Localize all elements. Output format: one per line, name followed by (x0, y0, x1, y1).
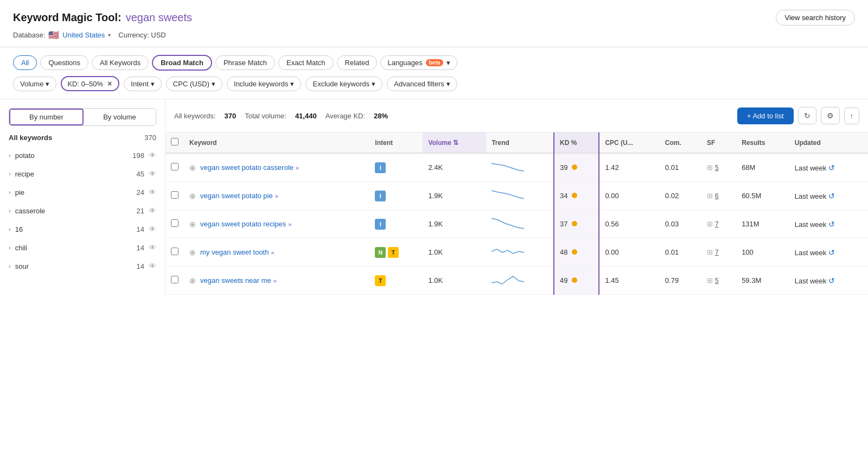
results-cell: 100 (736, 238, 789, 267)
kd-dot (572, 193, 577, 198)
chevron-right-icon: › (9, 263, 11, 269)
eye-icon[interactable]: 👁 (149, 225, 156, 233)
sort-by-volume-button[interactable]: By volume (84, 109, 156, 125)
sf-number[interactable]: 7 (715, 220, 719, 228)
tab-phrase-match[interactable]: Phrase Match (215, 55, 275, 70)
advanced-filters[interactable]: Advanced filters ▾ (387, 77, 457, 91)
settings-button[interactable]: ⚙ (821, 107, 840, 124)
keyword-text: vegan sweet potato recipes (200, 220, 286, 228)
tab-all-keywords[interactable]: All Keywords (92, 55, 149, 70)
tab-all[interactable]: All (13, 55, 37, 70)
refresh-icon[interactable]: ↺ (828, 220, 835, 229)
sf-number[interactable]: 6 (715, 192, 719, 200)
keyword-text: vegan sweet potato pie (200, 192, 273, 200)
eye-icon[interactable]: 👁 (149, 169, 156, 178)
exclude-label: Exclude keywords (312, 80, 369, 88)
add-to-list-button[interactable]: + Add to list (737, 107, 794, 124)
sf-number[interactable]: 7 (715, 249, 719, 256)
sidebar-item[interactable]: › potato 198 👁 (0, 146, 165, 165)
chevron-down-icon: ▾ (446, 59, 450, 67)
volume-column-header[interactable]: Volume ⇅ (423, 132, 486, 153)
sidebar-item[interactable]: › sour 14 👁 (0, 257, 165, 275)
row-checkbox[interactable] (171, 248, 178, 255)
add-keyword-icon[interactable]: ⊕ (189, 248, 196, 257)
sidebar-item[interactable]: › 16 14 👁 (0, 220, 165, 238)
keyword-link[interactable]: ⊕ vegan sweet potato casserole » (189, 163, 364, 172)
add-keyword-icon[interactable]: ⊕ (189, 276, 196, 285)
tab-row: All Questions All Keywords Broad Match P… (13, 55, 855, 71)
refresh-icon[interactable]: ↺ (828, 163, 835, 172)
kd-dot (572, 221, 577, 226)
intent-badge-t: T (375, 275, 386, 286)
tab-related[interactable]: Related (337, 55, 378, 70)
kd-cell: 34 (554, 182, 599, 210)
languages-button[interactable]: Languages beta ▾ (380, 55, 457, 70)
export-button[interactable]: ↑ (844, 107, 860, 124)
row-checkbox[interactable] (171, 163, 178, 170)
keyword-arrows-icon: » (296, 165, 299, 171)
com-cell: 0.01 (660, 153, 701, 182)
include-keywords-filter[interactable]: Include keywords ▾ (227, 77, 301, 91)
keyword-link[interactable]: ⊕ vegan sweet potato pie » (189, 192, 364, 200)
eye-icon[interactable]: 👁 (149, 243, 156, 252)
currency-label: Currency: USD (118, 31, 165, 39)
keyword-link[interactable]: ⊕ vegan sweet potato recipes » (189, 220, 364, 229)
keyword-arrows-icon: » (271, 249, 274, 256)
updated-column-header: Updated (789, 132, 868, 153)
sort-by-number-button[interactable]: By number (9, 109, 84, 125)
tab-broad-match[interactable]: Broad Match (152, 55, 212, 71)
cpc-cell: 1.42 (599, 153, 659, 182)
filter-row: Volume ▾ KD: 0–50% × Intent ▾ CPC (USD) … (13, 76, 855, 91)
refresh-icon[interactable]: ↺ (828, 192, 835, 200)
row-checkbox[interactable] (171, 276, 178, 283)
sf-cell: ⊞ 5 (707, 163, 731, 172)
refresh-icon[interactable]: ↺ (828, 248, 835, 257)
com-cell: 0.03 (660, 210, 701, 238)
keyword-link[interactable]: ⊕ my vegan sweet tooth » (189, 248, 364, 257)
kd-filter-close[interactable]: × (106, 79, 113, 88)
refresh-button[interactable]: ↻ (798, 107, 816, 124)
add-keyword-icon[interactable]: ⊕ (189, 163, 196, 172)
row-checkbox[interactable] (171, 219, 178, 227)
kd-cell: 48 (554, 238, 599, 267)
sidebar-count: 198 (132, 151, 144, 160)
sidebar-item[interactable]: › casserole 21 👁 (0, 201, 165, 220)
volume-filter[interactable]: Volume ▾ (13, 77, 56, 91)
keyword-arrows-icon: » (273, 277, 277, 284)
tab-questions[interactable]: Questions (40, 55, 88, 70)
all-keywords-count: 370 (144, 134, 156, 142)
sf-number[interactable]: 5 (715, 164, 719, 172)
search-query: vegan sweets (126, 11, 192, 24)
sidebar-item[interactable]: › chili 14 👁 (0, 238, 165, 257)
exclude-keywords-filter[interactable]: Exclude keywords ▾ (305, 77, 382, 91)
kd-column-header: KD % (554, 132, 599, 153)
sidebar-item[interactable]: › pie 24 👁 (0, 183, 165, 201)
eye-icon[interactable]: 👁 (149, 206, 156, 215)
sf-icon: ⊞ (707, 276, 713, 284)
refresh-icon[interactable]: ↺ (828, 276, 835, 285)
sidebar: By number By volume All keywords 370 › p… (0, 99, 165, 295)
cpc-filter[interactable]: CPC (USD) ▾ (166, 77, 222, 91)
sf-icon: ⊞ (707, 220, 713, 228)
sf-number[interactable]: 5 (715, 277, 719, 284)
intent-filter[interactable]: Intent ▾ (124, 77, 162, 91)
chevron-down-icon[interactable]: ▾ (108, 32, 111, 38)
row-checkbox[interactable] (171, 191, 178, 199)
sf-cell: ⊞ 6 (707, 192, 731, 200)
add-keyword-icon[interactable]: ⊕ (189, 220, 196, 229)
trend-sparkline (492, 244, 524, 259)
view-history-button[interactable]: View search history (776, 10, 855, 26)
sort-buttons: By number By volume (9, 108, 156, 126)
eye-icon[interactable]: 👁 (149, 151, 156, 160)
eye-icon[interactable]: 👁 (149, 262, 156, 270)
select-all-checkbox[interactable] (171, 138, 178, 146)
sidebar-keyword: 16 (15, 225, 23, 233)
kd-filter-active[interactable]: KD: 0–50% × (61, 76, 119, 91)
country-link[interactable]: United States (62, 31, 105, 39)
sidebar-count: 45 (137, 170, 144, 178)
add-keyword-icon[interactable]: ⊕ (189, 192, 196, 200)
tab-exact-match[interactable]: Exact Match (278, 55, 334, 70)
keyword-link[interactable]: ⊕ vegan sweets near me » (189, 276, 364, 285)
eye-icon[interactable]: 👁 (149, 188, 156, 197)
sidebar-item[interactable]: › recipe 45 👁 (0, 165, 165, 183)
